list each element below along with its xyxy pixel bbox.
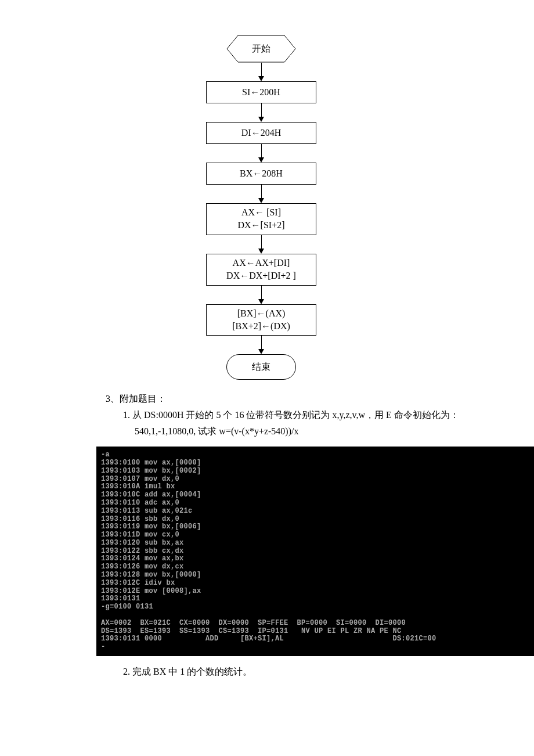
flow-step-text: [BX]←(AX) (237, 307, 286, 320)
flow-step-6: [BX]←(AX) [BX+2]←(DX) (206, 304, 316, 336)
flow-step-text: [BX+2]←(DX) (232, 320, 290, 333)
questions-block: 3、附加题目： 1. 从 DS:0000H 开始的 5 个 16 位带符号数分别… (70, 391, 464, 438)
question-1-line-b: 540,1,-1,1080,0, 试求 w=(v-(x*y+z-540))/x (135, 424, 464, 439)
arrow-icon (258, 144, 264, 163)
flow-step-text: DI←204H (241, 127, 281, 139)
arrow-icon (258, 185, 264, 203)
question-1-line-a: 1. 从 DS:0000H 开始的 5 个 16 位带符号数分别记为 x,y,z… (123, 408, 464, 423)
flow-step-text: AX← [SI] (241, 206, 281, 219)
flowchart: 开始 SI←200H DI←204H BX←208H AX← [SI] DX←[… (139, 35, 383, 380)
questions-block-2: 2. 完成 BX 中 1 的个数的统计。 (70, 664, 464, 679)
flow-end: 结束 (226, 354, 296, 380)
question-2: 2. 完成 BX 中 1 的个数的统计。 (123, 664, 464, 679)
flow-step-2: DI←204H (206, 122, 316, 144)
flow-start-label: 开始 (252, 43, 270, 55)
terminal-output: -a 1393:0100 mov ax,[0000] 1393:0103 mov… (96, 447, 534, 656)
flow-step-3: BX←208H (206, 163, 316, 185)
flow-step-4: AX← [SI] DX←[SI+2] (206, 203, 316, 235)
flow-step-text: AX←AX+[DI] (233, 257, 290, 269)
arrow-icon (258, 286, 264, 304)
flow-step-1: SI←200H (206, 81, 316, 103)
flow-start: 开始 (226, 35, 296, 63)
flow-step-text: DX←[SI+2] (237, 219, 284, 232)
flow-end-label: 结束 (252, 361, 270, 373)
arrow-icon (258, 63, 264, 81)
flow-step-text: SI←200H (242, 86, 280, 99)
arrow-icon (258, 235, 264, 254)
flow-step-text: DX←DX+[DI+2 ] (226, 269, 296, 282)
question-heading: 3、附加题目： (106, 391, 464, 406)
arrow-icon (258, 103, 264, 122)
arrow-icon (258, 336, 264, 354)
flow-step-text: BX←208H (240, 167, 283, 180)
flow-step-5: AX←AX+[DI] DX←DX+[DI+2 ] (206, 254, 316, 286)
